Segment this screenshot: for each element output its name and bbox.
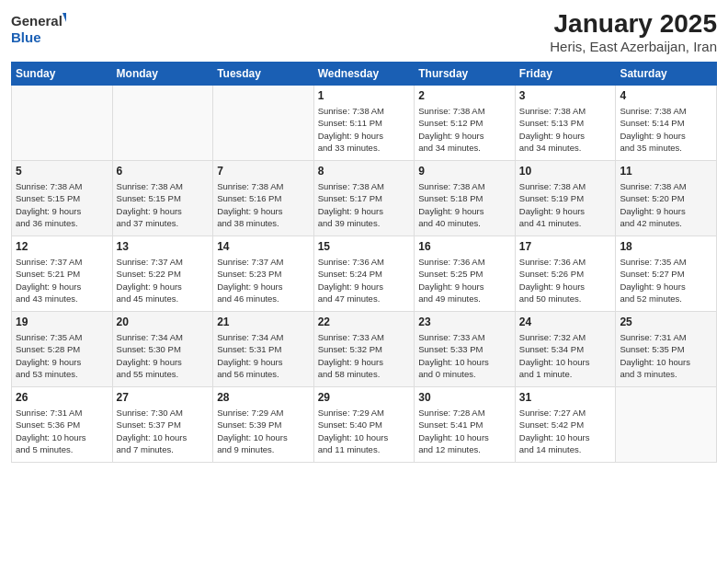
day-info: Sunrise: 7:38 AM Sunset: 5:14 PM Dayligh… [620,105,712,154]
day-info: Sunrise: 7:34 AM Sunset: 5:31 PM Dayligh… [217,331,310,380]
calendar-week-row: 26Sunrise: 7:31 AM Sunset: 5:36 PM Dayli… [12,387,717,463]
header: General Blue January 2025 Heris, East Az… [11,9,717,54]
header-tuesday: Tuesday [213,63,314,86]
day-info: Sunrise: 7:38 AM Sunset: 5:19 PM Dayligh… [519,180,612,229]
table-row [112,86,213,161]
day-info: Sunrise: 7:37 AM Sunset: 5:23 PM Dayligh… [217,256,310,304]
table-row: 7Sunrise: 7:38 AM Sunset: 5:16 PM Daylig… [213,161,314,236]
table-row: 4Sunrise: 7:38 AM Sunset: 5:14 PM Daylig… [616,86,717,161]
table-row: 1Sunrise: 7:38 AM Sunset: 5:11 PM Daylig… [313,86,415,161]
day-info: Sunrise: 7:30 AM Sunset: 5:37 PM Dayligh… [117,407,210,455]
table-row: 23Sunrise: 7:33 AM Sunset: 5:33 PM Dayli… [415,312,516,387]
day-number: 24 [519,316,612,328]
table-row: 18Sunrise: 7:35 AM Sunset: 5:27 PM Dayli… [616,236,717,312]
table-row: 2Sunrise: 7:38 AM Sunset: 5:12 PM Daylig… [415,86,516,161]
table-row: 14Sunrise: 7:37 AM Sunset: 5:23 PM Dayli… [213,236,314,312]
day-number: 18 [620,240,712,253]
table-row: 29Sunrise: 7:29 AM Sunset: 5:40 PM Dayli… [313,387,415,463]
table-row: 12Sunrise: 7:37 AM Sunset: 5:21 PM Dayli… [12,236,113,312]
table-row: 10Sunrise: 7:38 AM Sunset: 5:19 PM Dayli… [515,161,616,236]
title-block: January 2025 Heris, East Azerbaijan, Ira… [550,9,717,54]
table-row: 19Sunrise: 7:35 AM Sunset: 5:28 PM Dayli… [12,312,113,387]
calendar-page: General Blue January 2025 Heris, East Az… [0,0,728,563]
day-number: 6 [117,165,210,178]
day-number: 21 [217,316,310,328]
day-number: 28 [217,391,310,404]
day-info: Sunrise: 7:36 AM Sunset: 5:25 PM Dayligh… [418,256,511,304]
day-number: 9 [418,165,511,178]
table-row: 9Sunrise: 7:38 AM Sunset: 5:18 PM Daylig… [415,161,516,236]
day-number: 10 [519,165,612,178]
day-number: 17 [519,240,612,253]
table-row: 25Sunrise: 7:31 AM Sunset: 5:35 PM Dayli… [616,312,717,387]
day-info: Sunrise: 7:38 AM Sunset: 5:15 PM Dayligh… [117,180,210,229]
table-row: 22Sunrise: 7:33 AM Sunset: 5:32 PM Dayli… [313,312,415,387]
header-friday: Friday [515,63,616,86]
day-info: Sunrise: 7:37 AM Sunset: 5:21 PM Dayligh… [16,256,108,304]
calendar-table: Sunday Monday Tuesday Wednesday Thursday… [11,62,717,463]
day-info: Sunrise: 7:28 AM Sunset: 5:41 PM Dayligh… [418,407,511,455]
day-number: 5 [16,165,108,178]
day-number: 15 [318,240,411,253]
calendar-week-row: 5Sunrise: 7:38 AM Sunset: 5:15 PM Daylig… [12,161,717,236]
day-info: Sunrise: 7:38 AM Sunset: 5:11 PM Dayligh… [318,105,411,154]
header-thursday: Thursday [415,63,516,86]
weekday-header-row: Sunday Monday Tuesday Wednesday Thursday… [12,63,717,86]
calendar-week-row: 12Sunrise: 7:37 AM Sunset: 5:21 PM Dayli… [12,236,717,312]
day-number: 1 [318,89,411,102]
day-number: 23 [418,316,511,328]
day-info: Sunrise: 7:36 AM Sunset: 5:26 PM Dayligh… [519,256,612,304]
day-number: 7 [217,165,310,178]
table-row: 17Sunrise: 7:36 AM Sunset: 5:26 PM Dayli… [515,236,616,312]
day-number: 3 [519,89,612,102]
day-info: Sunrise: 7:29 AM Sunset: 5:39 PM Dayligh… [217,407,310,455]
calendar-week-row: 1Sunrise: 7:38 AM Sunset: 5:11 PM Daylig… [12,86,717,161]
day-info: Sunrise: 7:27 AM Sunset: 5:42 PM Dayligh… [519,407,612,455]
day-number: 31 [519,391,612,404]
day-number: 22 [318,316,411,328]
day-number: 16 [418,240,511,253]
day-info: Sunrise: 7:33 AM Sunset: 5:32 PM Dayligh… [318,331,411,380]
day-info: Sunrise: 7:38 AM Sunset: 5:16 PM Dayligh… [217,180,310,229]
day-number: 14 [217,240,310,253]
table-row: 24Sunrise: 7:32 AM Sunset: 5:34 PM Dayli… [515,312,616,387]
day-info: Sunrise: 7:37 AM Sunset: 5:22 PM Dayligh… [117,256,210,304]
day-number: 25 [620,316,712,328]
table-row: 26Sunrise: 7:31 AM Sunset: 5:36 PM Dayli… [12,387,113,463]
day-info: Sunrise: 7:38 AM Sunset: 5:15 PM Dayligh… [16,180,108,229]
day-info: Sunrise: 7:31 AM Sunset: 5:36 PM Dayligh… [16,407,108,455]
table-row: 16Sunrise: 7:36 AM Sunset: 5:25 PM Dayli… [415,236,516,312]
table-row [616,387,717,463]
day-info: Sunrise: 7:29 AM Sunset: 5:40 PM Dayligh… [318,407,411,455]
day-number: 19 [16,316,108,328]
month-title: January 2025 [550,9,717,39]
day-number: 12 [16,240,108,253]
day-number: 4 [620,89,712,102]
table-row: 27Sunrise: 7:30 AM Sunset: 5:37 PM Dayli… [112,387,213,463]
table-row: 11Sunrise: 7:38 AM Sunset: 5:20 PM Dayli… [616,161,717,236]
day-info: Sunrise: 7:33 AM Sunset: 5:33 PM Dayligh… [418,331,511,380]
location: Heris, East Azerbaijan, Iran [550,39,717,54]
table-row: 5Sunrise: 7:38 AM Sunset: 5:15 PM Daylig… [12,161,113,236]
svg-text:Blue: Blue [11,29,41,45]
day-number: 13 [117,240,210,253]
header-sunday: Sunday [12,63,113,86]
day-info: Sunrise: 7:34 AM Sunset: 5:30 PM Dayligh… [117,331,210,380]
header-wednesday: Wednesday [313,63,415,86]
table-row: 6Sunrise: 7:38 AM Sunset: 5:15 PM Daylig… [112,161,213,236]
logo-svg: General Blue [11,9,66,46]
day-number: 29 [318,391,411,404]
day-number: 8 [318,165,411,178]
table-row [213,86,314,161]
day-number: 26 [16,391,108,404]
table-row: 3Sunrise: 7:38 AM Sunset: 5:13 PM Daylig… [515,86,616,161]
table-row: 28Sunrise: 7:29 AM Sunset: 5:39 PM Dayli… [213,387,314,463]
day-info: Sunrise: 7:38 AM Sunset: 5:18 PM Dayligh… [418,180,511,229]
svg-marker-2 [63,13,66,22]
calendar-week-row: 19Sunrise: 7:35 AM Sunset: 5:28 PM Dayli… [12,312,717,387]
day-number: 11 [620,165,712,178]
header-monday: Monday [112,63,213,86]
day-info: Sunrise: 7:38 AM Sunset: 5:12 PM Dayligh… [418,105,511,154]
table-row: 31Sunrise: 7:27 AM Sunset: 5:42 PM Dayli… [515,387,616,463]
day-info: Sunrise: 7:31 AM Sunset: 5:35 PM Dayligh… [620,331,712,380]
